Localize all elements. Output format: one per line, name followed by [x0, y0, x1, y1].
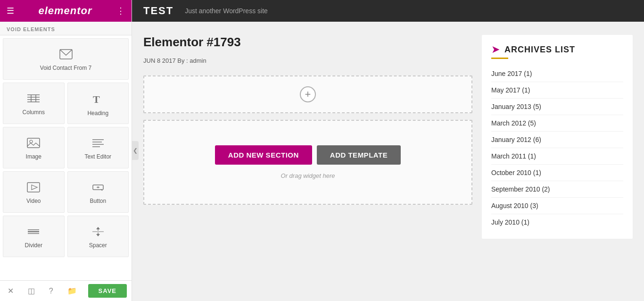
site-title: TEST	[143, 5, 173, 17]
archive-item[interactable]: July 2010 (1)	[491, 214, 623, 230]
heading-label: Heading	[87, 110, 108, 117]
sidebar: ☰ elementor ⋮ VOID ELEMENTS Void Contact…	[0, 0, 132, 301]
save-button[interactable]: SAVE	[88, 284, 127, 298]
sidebar-footer: ✕ ◫ ? 📁 SAVE	[0, 280, 132, 301]
void-elements-label: VOID ELEMENTS	[0, 22, 132, 35]
folder-button[interactable]: 📁	[65, 284, 80, 297]
divider-label: Divider	[25, 242, 42, 249]
columns-icon	[27, 93, 40, 106]
image-icon	[27, 138, 40, 150]
widget-grid: Void Contact From 7 Columns	[3, 38, 129, 257]
device-button[interactable]: ◫	[25, 284, 38, 297]
button-label: Button	[90, 198, 106, 204]
page-content: Elementor #1793 JUN 8 2017 By : admin + …	[143, 35, 472, 292]
add-new-section-button[interactable]: ADD NEW SECTION	[215, 145, 312, 165]
widget-text-editor[interactable]: Text Editor	[67, 127, 129, 168]
archives-list: June 2017 (1)May 2017 (1)January 2013 (5…	[491, 66, 623, 230]
archives-header: ➤ ARCHIVES LIST	[491, 43, 623, 56]
svg-marker-15	[32, 185, 37, 190]
archives-widget: ➤ ARCHIVES LIST June 2017 (1)May 2017 (1…	[482, 35, 633, 239]
spacer-icon	[91, 226, 105, 239]
svg-marker-23	[96, 227, 100, 229]
help-button[interactable]: ?	[46, 285, 56, 297]
widget-void-contact[interactable]: Void Contact From 7	[3, 38, 129, 80]
text-editor-label: Text Editor	[84, 153, 111, 160]
main-area: TEST Just another WordPress site Element…	[132, 0, 644, 301]
add-template-button[interactable]: ADD TEMPLATE	[317, 145, 401, 165]
text-editor-icon	[91, 138, 105, 150]
widget-panel: Void Contact From 7 Columns	[0, 35, 132, 280]
svg-point-9	[30, 140, 33, 143]
button-icon	[91, 182, 105, 194]
void-contact-icon	[59, 49, 73, 61]
action-buttons-row: ADD NEW SECTION ADD TEMPLATE	[215, 145, 401, 165]
widget-columns[interactable]: Columns	[3, 83, 65, 124]
widget-video[interactable]: Video	[3, 171, 65, 213]
widget-image[interactable]: Image	[3, 127, 65, 168]
topbar: TEST Just another WordPress site	[132, 0, 644, 22]
divider-icon	[27, 226, 40, 239]
page-meta: JUN 8 2017 By : admin	[143, 57, 472, 64]
void-contact-label: Void Contact From 7	[40, 65, 91, 71]
archives-underline	[491, 58, 508, 59]
spacer-label: Spacer	[89, 242, 107, 249]
widget-spacer[interactable]: Spacer	[67, 216, 129, 257]
drop-zone[interactable]: ADD NEW SECTION ADD TEMPLATE Or drag wid…	[143, 120, 472, 205]
video-label: Video	[26, 198, 41, 204]
drag-hint: Or drag widget here	[281, 172, 335, 179]
collapse-handle[interactable]: ❮	[132, 141, 139, 160]
columns-label: Columns	[23, 109, 45, 116]
archives-icon: ➤	[491, 43, 500, 56]
archive-item[interactable]: March 2011 (1)	[491, 148, 623, 165]
widget-button[interactable]: Button	[67, 171, 129, 213]
add-section-plus-button[interactable]: +	[300, 86, 316, 102]
archive-item[interactable]: October 2010 (1)	[491, 165, 623, 181]
archive-item[interactable]: January 2013 (5)	[491, 99, 623, 115]
widget-heading[interactable]: T Heading	[67, 83, 129, 124]
content-area: Elementor #1793 JUN 8 2017 By : admin + …	[132, 22, 644, 301]
svg-marker-25	[96, 234, 100, 236]
image-label: Image	[26, 153, 41, 160]
svg-text:T: T	[93, 93, 100, 105]
video-icon	[27, 182, 40, 194]
archive-item[interactable]: September 2010 (2)	[491, 181, 623, 198]
archive-item[interactable]: March 2012 (5)	[491, 115, 623, 132]
archives-title: ARCHIVES LIST	[504, 45, 575, 55]
archive-item[interactable]: January 2012 (6)	[491, 132, 623, 148]
page-title: Elementor #1793	[143, 35, 472, 50]
site-subtitle: Just another WordPress site	[185, 7, 268, 15]
menu-icon[interactable]: ☰	[7, 6, 14, 16]
close-button[interactable]: ✕	[5, 284, 17, 297]
sidebar-logo: elementor	[38, 5, 92, 17]
heading-icon: T	[91, 92, 105, 107]
svg-rect-8	[27, 138, 40, 148]
grid-icon[interactable]: ⋮	[116, 6, 125, 16]
archive-item[interactable]: August 2010 (3)	[491, 198, 623, 214]
archive-item[interactable]: June 2017 (1)	[491, 66, 623, 82]
archive-item[interactable]: May 2017 (1)	[491, 82, 623, 99]
add-section-zone[interactable]: +	[143, 75, 472, 113]
widget-divider[interactable]: Divider	[3, 216, 65, 257]
sidebar-header: ☰ elementor ⋮	[0, 0, 132, 22]
